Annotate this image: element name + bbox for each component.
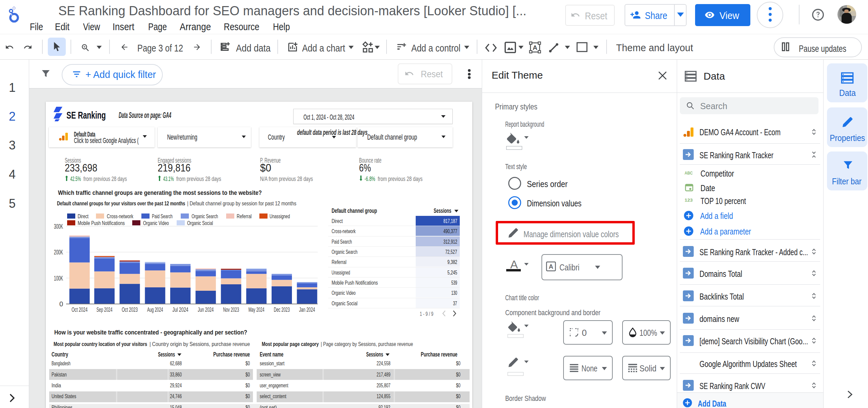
svg-text:Jan 2024: Jan 2024	[299, 306, 315, 313]
svg-text:ABC: ABC	[685, 170, 693, 176]
svg-text:200K: 200K	[54, 248, 63, 256]
svg-text:Nov 2023: Nov 2023	[223, 306, 239, 313]
svg-text:Aug 2024: Aug 2024	[147, 306, 163, 313]
svg-text:123: 123	[685, 198, 693, 203]
svg-text:Dec 2023: Dec 2023	[274, 306, 290, 313]
svg-text:A: A	[549, 263, 553, 270]
svg-text:100K: 100K	[54, 274, 63, 282]
svg-text:Jun 2024: Jun 2024	[198, 306, 214, 313]
svg-text:0: 0	[59, 300, 63, 308]
svg-text:Sep 2024: Sep 2024	[97, 306, 113, 313]
svg-text:Jul 2024: Jul 2024	[173, 306, 189, 313]
svg-text:300K: 300K	[54, 223, 63, 230]
svg-text:May 2024: May 2024	[249, 306, 264, 313]
svg-text:Oct 2023: Oct 2023	[122, 306, 138, 313]
svg-text:Oct 2024: Oct 2024	[72, 306, 87, 313]
